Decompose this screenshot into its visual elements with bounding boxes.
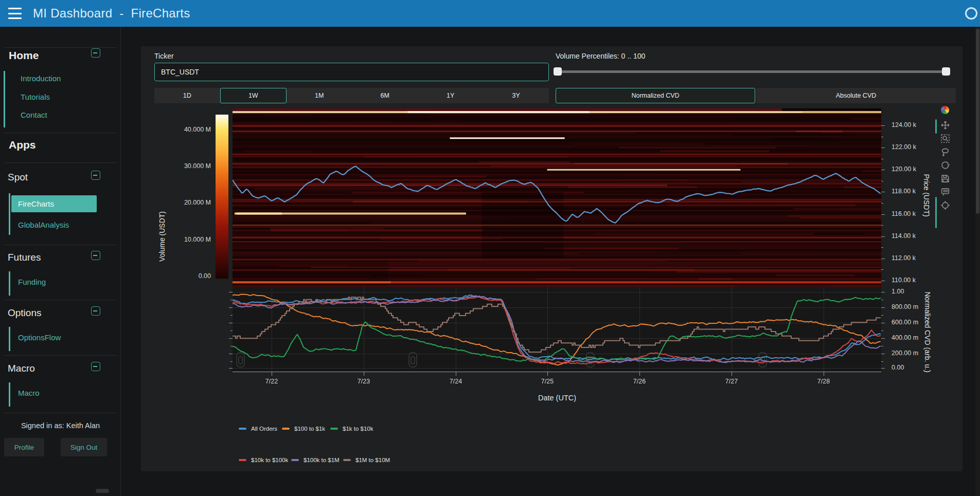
tick-mark	[881, 181, 883, 181]
legend-item-all-orders[interactable]: All Orders	[239, 426, 277, 432]
legend-item-100k-to-1m[interactable]: $100k to $1M	[291, 457, 340, 463]
ticker-label: Ticker	[154, 52, 174, 60]
timeframe-3y-button[interactable]: 3Y	[484, 88, 549, 103]
page-scrollbar-thumb[interactable]	[976, 29, 979, 214]
collapse-futures-button[interactable]	[91, 251, 100, 260]
tick-label: 10.000 M	[165, 236, 211, 243]
sidebar-item-funding[interactable]: Funding	[18, 278, 46, 286]
tick-mark	[824, 372, 824, 376]
group-indicator-bar	[9, 271, 10, 296]
legend-item-10k-to-100k[interactable]: $10k to $100k	[239, 457, 288, 463]
tick-label: 122.00 k	[892, 143, 916, 151]
sidebar-item-firecharts-selected[interactable]: FireCharts	[11, 195, 97, 212]
timeframe-1y-button[interactable]: 1Y	[418, 88, 484, 103]
tick-label: 7/28	[811, 378, 836, 385]
autoscale-icon[interactable]	[939, 158, 951, 172]
tick-label: 110.00 k	[892, 277, 916, 284]
tick-label: 200.00 m	[892, 350, 918, 357]
tick-mark	[229, 307, 233, 308]
modebar-active-indicator	[935, 119, 937, 134]
legend-swatch	[343, 459, 351, 461]
box-zoom-icon[interactable]	[939, 132, 951, 145]
sign-out-button[interactable]: Sign Out	[61, 438, 107, 456]
percentile-slider-max-handle[interactable]	[942, 67, 950, 76]
timeframe-1m-button[interactable]: 1M	[287, 88, 352, 103]
tick-label: 40.000 M	[165, 126, 211, 133]
legend-swatch	[282, 428, 290, 430]
tick-label: 7/22	[259, 378, 284, 385]
tick-mark	[732, 372, 732, 376]
normalized-cvd-button[interactable]: Normalized CVD	[556, 88, 755, 103]
sidebar-heading-options: Options	[8, 307, 41, 319]
timeframe-1w-button[interactable]: 1W	[220, 88, 287, 103]
tick-mark	[881, 137, 883, 137]
legend-item-1m-to-10m[interactable]: $1M to $10M	[343, 457, 390, 463]
profile-button[interactable]: Profile	[4, 438, 44, 456]
tick-mark	[547, 372, 548, 376]
sidebar-item-optionsflow[interactable]: OptionsFlow	[18, 333, 61, 342]
price-axis-title: Price (USDT)	[922, 164, 931, 226]
timeframe-6m-button[interactable]: 6M	[352, 88, 418, 103]
legend-item-100-to-1k[interactable]: $100 to $1k	[282, 426, 325, 432]
tick-mark	[230, 300, 233, 300]
percentile-slider-min-handle[interactable]	[554, 67, 562, 76]
loading-spinner-icon	[965, 7, 977, 20]
tick-mark	[881, 259, 885, 259]
ticker-input[interactable]	[154, 63, 549, 81]
tick-label: 400.00 m	[892, 334, 918, 341]
divider	[4, 47, 117, 48]
collapse-spot-button[interactable]	[91, 171, 100, 180]
cvd-axis-title: Normalized CVD (arb. u.)	[923, 286, 932, 378]
download-plot-icon[interactable]	[939, 172, 951, 185]
tick-label: 600.00 m	[892, 319, 918, 326]
tick-label: 20.000 M	[165, 199, 211, 206]
legend-swatch	[291, 459, 299, 461]
spikelines-icon[interactable]	[939, 198, 951, 212]
absolute-cvd-button[interactable]: Absolute CVD	[756, 88, 956, 103]
collapse-home-button[interactable]	[91, 48, 100, 58]
sidebar-heading-home: Home	[9, 49, 39, 62]
tick-mark	[881, 368, 885, 369]
sidebar-scroll-handle[interactable]	[96, 489, 109, 493]
group-indicator-bar	[9, 382, 10, 407]
tick-label: 118.00 k	[892, 188, 916, 195]
divider	[4, 355, 117, 356]
tick-mark	[881, 281, 883, 281]
percentile-slider-track[interactable]	[557, 70, 947, 73]
sidebar-item-contact[interactable]: Contact	[21, 111, 47, 119]
modebar-active-indicator	[935, 197, 937, 228]
tick-label: 7/23	[351, 378, 377, 385]
sidebar-item-globalanalysis[interactable]: GlobalAnalysis	[18, 221, 69, 229]
tick-mark	[881, 203, 883, 204]
colorbar	[216, 115, 228, 279]
tick-label: 124.00 k	[892, 121, 916, 128]
tick-label: 112.00 k	[892, 254, 916, 262]
cvd-chart-canvas[interactable]	[233, 287, 881, 378]
tick-mark	[881, 247, 883, 248]
pan-icon[interactable]	[939, 118, 951, 132]
hover-text-icon[interactable]	[939, 185, 951, 198]
hamburger-menu-icon[interactable]	[8, 8, 22, 19]
app-title: MI Dashboard - FireCharts	[33, 0, 190, 27]
group-indicator-bar	[4, 71, 5, 127]
timeframe-button-group: 1D 1W 1M 6M 1Y 3Y	[154, 88, 549, 103]
collapse-options-button[interactable]	[91, 306, 100, 316]
timeframe-1d-button[interactable]: 1D	[154, 88, 220, 103]
collapse-macro-button[interactable]	[91, 362, 100, 371]
tick-mark	[230, 330, 233, 331]
tick-mark	[881, 338, 885, 339]
sidebar-item-macro[interactable]: Macro	[18, 389, 40, 397]
tick-label: 1.00	[892, 288, 904, 295]
plotly-logo-icon[interactable]	[941, 106, 949, 114]
volume-heatmap-canvas[interactable]	[233, 108, 881, 287]
sidebar-item-introduction[interactable]: Introduction	[21, 74, 61, 83]
divider	[4, 300, 117, 300]
tick-mark	[229, 368, 233, 369]
legend-swatch	[239, 428, 246, 430]
sidebar-item-tutorials[interactable]: Tutorials	[21, 93, 50, 101]
sidebar: Home Introduction Tutorials Contact Apps…	[0, 27, 121, 496]
legend-swatch	[330, 428, 338, 430]
tick-mark	[881, 192, 885, 192]
legend-item-1k-to-10k[interactable]: $1k to $10k	[330, 426, 373, 432]
lasso-select-icon[interactable]	[939, 145, 951, 158]
